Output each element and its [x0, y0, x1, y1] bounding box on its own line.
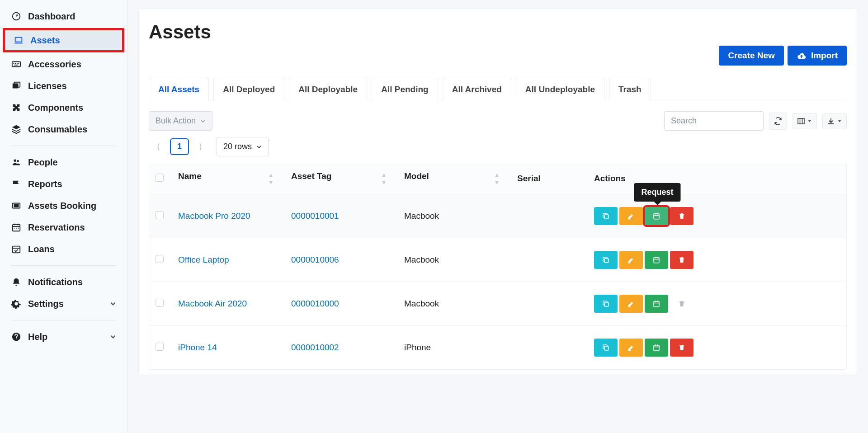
- sidebar-item-assets[interactable]: Assets: [3, 28, 124, 52]
- column-header-name[interactable]: Name▲▼: [172, 163, 285, 194]
- tab-all-archived[interactable]: All Archived: [443, 78, 511, 101]
- svg-rect-41: [654, 301, 659, 307]
- edit-button[interactable]: [619, 207, 643, 225]
- bulk-action-select[interactable]: Bulk Action: [149, 111, 212, 131]
- tab-all-deployed[interactable]: All Deployed: [213, 78, 284, 101]
- refresh-button[interactable]: [769, 113, 787, 130]
- sidebar-item-components[interactable]: Components: [0, 97, 127, 118]
- toolbar-right: [664, 111, 847, 131]
- delete-button[interactable]: [670, 339, 693, 357]
- sidebar-item-label: Loans: [28, 244, 55, 254]
- column-header-serial: Serial: [511, 163, 588, 194]
- sidebar-item-dashboard[interactable]: Dashboard: [0, 5, 127, 27]
- request-button[interactable]: [645, 251, 668, 269]
- bulk-action-label: Bulk Action: [156, 116, 196, 126]
- request-button[interactable]: [645, 339, 668, 357]
- asset-model: iPhone: [404, 343, 431, 352]
- header-actions: Create New Import: [149, 46, 847, 66]
- sidebar-item-consumables[interactable]: Consumables: [0, 118, 127, 140]
- puzzle-icon: [11, 102, 22, 113]
- export-button[interactable]: [822, 113, 847, 129]
- import-button[interactable]: Import: [788, 46, 847, 66]
- table-row: iPhone 14 0000010002 iPhone: [149, 326, 846, 370]
- edit-button[interactable]: [619, 339, 643, 357]
- sidebar-item-reservations[interactable]: Reservations: [0, 216, 127, 238]
- sidebar-item-assets-booking[interactable]: Assets Booking: [0, 195, 127, 216]
- asset-name-link[interactable]: Macbook Air 2020: [178, 299, 247, 308]
- asset-tag-link[interactable]: 0000010000: [291, 299, 339, 308]
- svg-rect-35: [654, 258, 659, 263]
- columns-button[interactable]: [793, 113, 817, 129]
- table-row: Macbook Pro 2020 0000010001 Macbook Requ…: [149, 194, 846, 238]
- table-row: Macbook Air 2020 0000010000 Macbook: [149, 282, 846, 326]
- svg-rect-47: [654, 345, 659, 351]
- delete-button[interactable]: [670, 207, 693, 225]
- sidebar-item-reports[interactable]: Reports: [0, 173, 127, 195]
- sidebar-item-settings[interactable]: Settings: [0, 293, 127, 315]
- asset-name-link[interactable]: Macbook Pro 2020: [178, 211, 250, 221]
- sidebar-item-notifications[interactable]: Notifications: [0, 271, 127, 293]
- tab-all-pending[interactable]: All Pending: [372, 78, 438, 101]
- create-new-button[interactable]: Create New: [719, 46, 784, 66]
- column-header-asset-tag[interactable]: Asset Tag▲▼: [285, 163, 398, 194]
- tab-trash[interactable]: Trash: [609, 78, 651, 101]
- asset-tag-link[interactable]: 0000010001: [291, 211, 339, 221]
- svg-rect-45: [604, 346, 609, 350]
- sidebar-item-people[interactable]: People: [0, 151, 127, 173]
- loan-icon: [11, 244, 22, 254]
- asset-name-link[interactable]: Office Laptop: [178, 255, 229, 264]
- edit-button[interactable]: [619, 251, 643, 269]
- sidebar-item-label: People: [28, 157, 58, 168]
- sidebar-item-label: Accessories: [28, 59, 81, 70]
- svg-rect-8: [13, 84, 19, 89]
- tab-all-assets[interactable]: All Assets: [149, 78, 209, 101]
- search-input[interactable]: [664, 111, 764, 131]
- sidebar-item-licenses[interactable]: Licenses: [0, 75, 127, 97]
- sidebar-item-loans[interactable]: Loans: [0, 238, 127, 260]
- request-button[interactable]: [645, 295, 668, 313]
- sidebar-item-accessories[interactable]: Accessories: [0, 53, 127, 75]
- asset-tag-link[interactable]: 0000010002: [291, 343, 339, 352]
- prev-page-button[interactable]: ⟨: [152, 139, 165, 155]
- svg-rect-24: [798, 118, 804, 124]
- clone-button[interactable]: [594, 251, 618, 269]
- row-checkbox[interactable]: [156, 343, 164, 351]
- actions-cell: [588, 238, 846, 282]
- column-header-model[interactable]: Model▲▼: [398, 163, 511, 194]
- sidebar-separator: [11, 320, 116, 320]
- asset-model: Macbook: [404, 299, 439, 308]
- asset-model: Macbook: [404, 255, 439, 264]
- svg-rect-39: [604, 302, 609, 306]
- row-checkbox[interactable]: [156, 255, 164, 263]
- sidebar-separator: [11, 146, 116, 146]
- tab-all-undeployable[interactable]: All Undeployable: [516, 78, 604, 101]
- sidebar-item-label: Assets Booking: [28, 201, 96, 211]
- sidebar-item-help[interactable]: Help: [0, 326, 127, 348]
- rows-label: 20 rows: [223, 142, 252, 151]
- clone-button[interactable]: [594, 207, 618, 225]
- page-current[interactable]: 1: [170, 138, 189, 155]
- people-icon: [11, 157, 22, 168]
- svg-rect-4: [15, 63, 16, 64]
- svg-point-10: [14, 160, 17, 162]
- sidebar-item-label: Reports: [28, 179, 62, 189]
- asset-tag-link[interactable]: 0000010006: [291, 255, 339, 264]
- keyboard-icon: [11, 59, 22, 70]
- svg-rect-33: [604, 259, 609, 263]
- svg-rect-5: [17, 63, 18, 64]
- panel: Assets Create New Import All AssetsAll D…: [138, 8, 857, 375]
- request-button[interactable]: [645, 207, 668, 225]
- rows-per-page-select[interactable]: 20 rows: [217, 137, 269, 156]
- svg-rect-1: [15, 38, 22, 42]
- delete-button[interactable]: [670, 251, 693, 269]
- tab-all-deployable[interactable]: All Deployable: [289, 78, 367, 101]
- edit-button[interactable]: [619, 295, 643, 313]
- row-checkbox[interactable]: [156, 211, 164, 219]
- select-all-checkbox[interactable]: [156, 174, 164, 182]
- next-page-button[interactable]: ⟩: [194, 139, 207, 155]
- svg-rect-3: [14, 63, 14, 64]
- row-checkbox[interactable]: [156, 299, 164, 307]
- clone-button[interactable]: [594, 295, 618, 313]
- clone-button[interactable]: [594, 339, 618, 357]
- asset-name-link[interactable]: iPhone 14: [178, 343, 217, 352]
